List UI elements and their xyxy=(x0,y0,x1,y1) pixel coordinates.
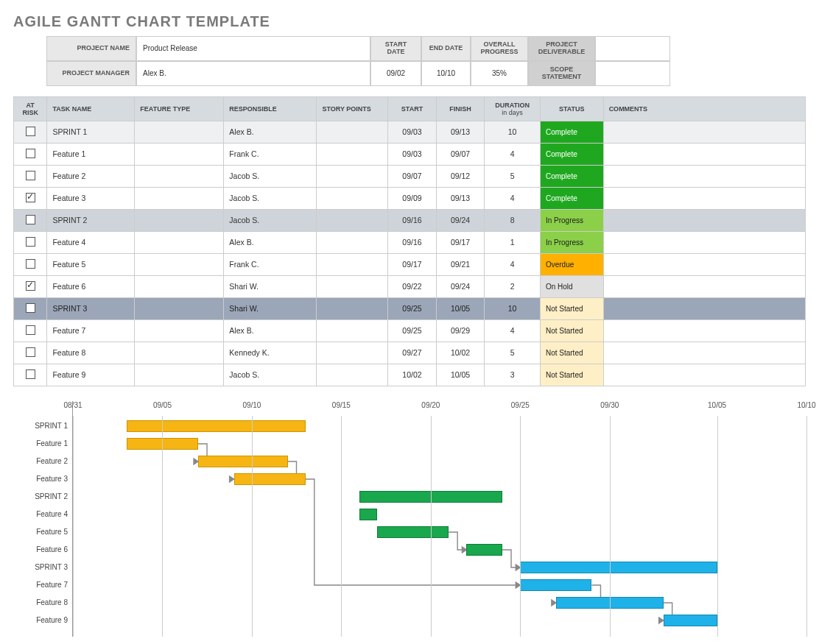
table-row[interactable]: Feature 8Kennedy K.09/2710/025Not Starte… xyxy=(14,342,806,364)
risk-checkbox[interactable] xyxy=(14,209,47,231)
value-project-manager[interactable]: Alex B. xyxy=(136,61,370,86)
cell-duration: 4 xyxy=(485,143,541,165)
table-row[interactable]: Feature 4Alex B.09/1609/171In Progress xyxy=(14,231,806,253)
label-overall-progress: OVERALL PROGRESS xyxy=(471,36,528,61)
risk-checkbox[interactable] xyxy=(14,319,47,342)
label-scope-statement: SCOPE STATEMENT xyxy=(528,61,595,86)
cell-status[interactable]: Not Started xyxy=(540,297,603,319)
risk-checkbox[interactable] xyxy=(14,297,47,319)
cell-feature-type xyxy=(135,187,224,209)
gantt-row-label: Feature 2 xyxy=(13,453,72,470)
table-row[interactable]: SPRINT 2Jacob S.09/1609/248In Progress xyxy=(14,209,806,231)
gantt-bar[interactable] xyxy=(377,526,449,538)
gantt-bar[interactable] xyxy=(198,456,287,467)
cell-task-name: Feature 8 xyxy=(47,342,135,364)
col-start: START xyxy=(388,96,437,121)
gantt-row-label: Feature 7 xyxy=(13,576,72,594)
cell-status[interactable]: Not Started xyxy=(540,319,603,342)
cell-task-name: Feature 6 xyxy=(47,275,135,297)
cell-duration: 4 xyxy=(485,187,541,209)
cell-comments[interactable] xyxy=(603,143,805,165)
cell-status[interactable]: Complete xyxy=(540,165,603,187)
risk-checkbox[interactable] xyxy=(14,253,47,275)
value-project-name[interactable]: Product Release xyxy=(136,36,370,61)
gantt-bar[interactable] xyxy=(234,473,306,485)
risk-checkbox[interactable] xyxy=(14,364,47,386)
table-row[interactable]: SPRINT 3Shari W.09/2510/0510Not Started xyxy=(14,297,806,319)
risk-checkbox[interactable] xyxy=(14,187,47,209)
risk-checkbox[interactable] xyxy=(14,342,47,364)
risk-checkbox[interactable] xyxy=(14,275,47,297)
cell-story-points xyxy=(317,187,388,209)
cell-duration: 3 xyxy=(485,364,541,386)
gantt-bar[interactable] xyxy=(520,579,591,591)
gantt-bar[interactable] xyxy=(127,420,306,432)
risk-checkbox[interactable] xyxy=(14,143,47,165)
risk-checkbox[interactable] xyxy=(14,165,47,187)
cell-feature-type xyxy=(135,121,224,143)
table-row[interactable]: Feature 1Frank C.09/0309/074Complete xyxy=(14,143,806,165)
cell-status[interactable]: Complete xyxy=(540,187,603,209)
table-row[interactable]: Feature 9Jacob S.10/0210/053Not Started xyxy=(14,364,806,386)
gantt-bar[interactable] xyxy=(664,615,717,626)
cell-status[interactable]: In Progress xyxy=(540,209,603,231)
cell-start: 09/16 xyxy=(388,209,437,231)
cell-comments[interactable] xyxy=(603,319,805,342)
cell-story-points xyxy=(317,165,388,187)
cell-status[interactable]: Not Started xyxy=(540,364,603,386)
cell-comments[interactable] xyxy=(603,275,805,297)
axis-tick: 09/10 xyxy=(242,401,261,409)
value-overall-progress[interactable]: 35% xyxy=(471,61,528,86)
table-row[interactable]: Feature 5Frank C.09/1709/214Overdue xyxy=(14,253,806,275)
cell-finish: 09/13 xyxy=(436,187,485,209)
gantt-bar[interactable] xyxy=(359,509,377,520)
cell-status[interactable]: On Hold xyxy=(540,275,603,297)
axis-tick: 09/25 xyxy=(511,401,530,409)
cell-status[interactable]: Not Started xyxy=(540,342,603,364)
table-row[interactable]: Feature 6Shari W.09/2209/242On Hold xyxy=(14,275,806,297)
cell-responsible: Kennedy K. xyxy=(224,342,317,364)
cell-story-points xyxy=(317,364,388,386)
cell-story-points xyxy=(317,143,388,165)
cell-comments[interactable] xyxy=(603,165,805,187)
value-scope-statement[interactable] xyxy=(595,61,670,86)
gantt-row-label: Feature 8 xyxy=(13,594,72,612)
cell-comments[interactable] xyxy=(603,364,805,386)
table-row[interactable]: Feature 7Alex B.09/2509/294Not Started xyxy=(14,319,806,342)
table-row[interactable]: Feature 2Jacob S.09/0709/125Complete xyxy=(14,165,806,187)
cell-story-points xyxy=(317,209,388,231)
col-duration: DURATION in days xyxy=(485,96,541,121)
gantt-bar[interactable] xyxy=(466,544,502,556)
col-at-risk: AT RISK xyxy=(14,96,47,121)
risk-checkbox[interactable] xyxy=(14,121,47,143)
cell-story-points xyxy=(317,297,388,319)
cell-comments[interactable] xyxy=(603,297,805,319)
value-end-date[interactable]: 10/10 xyxy=(421,61,471,86)
table-row[interactable]: SPRINT 1Alex B.09/0309/1310Complete xyxy=(14,121,806,143)
cell-responsible: Jacob S. xyxy=(224,364,317,386)
cell-status[interactable]: Complete xyxy=(540,143,603,165)
cell-comments[interactable] xyxy=(603,342,805,364)
cell-comments[interactable] xyxy=(603,187,805,209)
cell-duration: 1 xyxy=(485,231,541,253)
cell-start: 09/17 xyxy=(388,253,437,275)
gantt-bar[interactable] xyxy=(520,562,717,573)
cell-responsible: Jacob S. xyxy=(224,209,317,231)
cell-finish: 09/12 xyxy=(436,165,485,187)
cell-status[interactable]: Overdue xyxy=(540,253,603,275)
cell-finish: 09/29 xyxy=(436,319,485,342)
cell-story-points xyxy=(317,253,388,275)
value-start-date[interactable]: 09/02 xyxy=(370,61,421,86)
cell-comments[interactable] xyxy=(603,253,805,275)
cell-feature-type xyxy=(135,297,224,319)
cell-comments[interactable] xyxy=(603,121,805,143)
cell-comments[interactable] xyxy=(603,209,805,231)
cell-comments[interactable] xyxy=(603,231,805,253)
risk-checkbox[interactable] xyxy=(14,231,47,253)
value-project-deliverable[interactable] xyxy=(595,36,670,61)
table-row[interactable]: Feature 3Jacob S.09/0909/134Complete xyxy=(14,187,806,209)
cell-status[interactable]: Complete xyxy=(540,121,603,143)
cell-status[interactable]: In Progress xyxy=(540,231,603,253)
cell-task-name: Feature 1 xyxy=(47,143,135,165)
label-project-manager: PROJECT MANAGER xyxy=(46,61,136,86)
